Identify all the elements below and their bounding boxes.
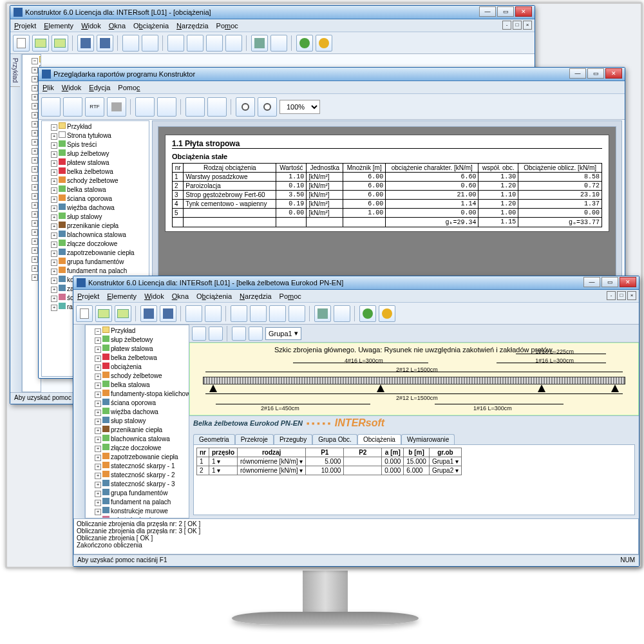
menu-narzedzia[interactable]: Narzędzia bbox=[176, 22, 209, 30]
panel-tab[interactable]: Wymiarowanie bbox=[401, 434, 455, 444]
panel-tab[interactable]: Przeguby bbox=[274, 434, 312, 444]
tree-item[interactable]: +złącze doczołowe bbox=[51, 240, 147, 249]
win2-minimize[interactable]: — bbox=[583, 277, 600, 287]
cell-p2[interactable] bbox=[346, 458, 379, 465]
tb-b5[interactable] bbox=[206, 35, 223, 52]
tb-b3[interactable] bbox=[167, 35, 184, 52]
viewer-close[interactable]: ✕ bbox=[605, 68, 622, 79]
w2tb-11[interactable] bbox=[289, 305, 305, 322]
w2-menu-projekt[interactable]: Projekt bbox=[77, 292, 99, 300]
tree-item[interactable]: +przenikanie ciepła bbox=[95, 426, 187, 435]
v-menu-edycja[interactable]: Edycja bbox=[89, 84, 110, 91]
tree-item[interactable]: +obciążenia bbox=[95, 363, 187, 372]
menu-obciazenia[interactable]: Obciążenia bbox=[133, 22, 169, 30]
menu-okna[interactable]: Okna bbox=[109, 22, 126, 30]
tree-item[interactable]: +fundament na palach bbox=[95, 498, 187, 507]
vtb-rtf[interactable]: RTF bbox=[85, 97, 104, 117]
st-3[interactable] bbox=[232, 327, 246, 341]
tree-item[interactable]: +słup żelbetowy bbox=[51, 149, 147, 158]
win2-tree[interactable]: −Przykład+słup żelbetowy+płatew stalowa+… bbox=[85, 325, 189, 518]
w2tb-6[interactable] bbox=[185, 305, 202, 322]
mdi-close[interactable]: × bbox=[523, 21, 532, 30]
menu-pomoc[interactable]: Pomoc bbox=[216, 22, 238, 30]
tree-item[interactable]: +belka żelbetowa bbox=[95, 354, 187, 363]
w2-menu-obciazenia[interactable]: Obciążenia bbox=[196, 292, 232, 300]
w2tb-10[interactable] bbox=[269, 305, 286, 322]
win2-titlebar[interactable]: Konstruktor 6.0 Licencja dla: INTERsoft … bbox=[73, 276, 639, 290]
tb-saveas[interactable] bbox=[97, 35, 113, 52]
viewer-maximize[interactable]: ▭ bbox=[587, 68, 604, 79]
panel-tab[interactable]: Geometria bbox=[193, 434, 235, 444]
vtb-print[interactable] bbox=[107, 97, 126, 117]
vtb-5[interactable] bbox=[135, 97, 155, 117]
load-grid[interactable]: nrprzęsłorodzajP1P2a [m]b [m]gr.ob11 ▾ró… bbox=[196, 448, 462, 475]
panel-tab[interactable]: Grupa Obc. bbox=[312, 434, 357, 444]
tree-item[interactable]: +stateczność skarpy - 3 bbox=[95, 480, 187, 489]
tree-item[interactable]: +grupa fundamentów bbox=[95, 489, 187, 498]
tb-open[interactable] bbox=[32, 35, 49, 52]
w2tb-8[interactable] bbox=[231, 305, 247, 322]
w2tb-ok[interactable] bbox=[359, 305, 376, 322]
viewer-minimize[interactable]: — bbox=[569, 68, 586, 79]
tb-ok[interactable] bbox=[296, 35, 313, 52]
tree-item[interactable]: +belka żelbetowa bbox=[51, 167, 147, 176]
win1-titlebar[interactable]: Konstruktor 6.0 Licencja dla: INTERsoft … bbox=[10, 6, 535, 19]
minimize-button[interactable]: — bbox=[479, 6, 496, 17]
tb-b6[interactable] bbox=[225, 35, 242, 52]
maximize-button[interactable]: ▭ bbox=[497, 6, 514, 17]
tree-item[interactable]: −Przykład bbox=[51, 122, 147, 131]
cell-p1[interactable] bbox=[308, 458, 341, 465]
w2-menu-narzedzia[interactable]: Narzędzia bbox=[240, 292, 272, 300]
tb-save2[interactable] bbox=[77, 35, 94, 52]
zoom-select[interactable]: 100% bbox=[279, 100, 320, 114]
tree-item[interactable]: +schody żelbetowe bbox=[95, 372, 187, 381]
vtb-6[interactable] bbox=[157, 97, 176, 117]
mdi-min[interactable]: - bbox=[502, 21, 511, 30]
tb-b1[interactable] bbox=[122, 35, 139, 52]
tree-item[interactable]: +przenikanie ciepła bbox=[51, 222, 147, 231]
tree-item[interactable]: +grupa fundamentów bbox=[51, 258, 147, 267]
tree-item[interactable]: +słup stalowy bbox=[51, 213, 147, 222]
panel-tab[interactable]: Obciążenia bbox=[357, 434, 401, 444]
w2-mdi-max[interactable]: □ bbox=[617, 291, 626, 300]
tb-save[interactable] bbox=[52, 35, 68, 52]
vtb-1[interactable] bbox=[41, 97, 61, 117]
tree-item[interactable]: +ściana oporowa bbox=[95, 399, 187, 408]
w2tb-9[interactable] bbox=[250, 305, 267, 322]
sidebar-tab-przyklad[interactable]: Przykład bbox=[10, 54, 20, 87]
w2tb-4[interactable] bbox=[140, 305, 157, 322]
tree-item[interactable]: +blachownica stalowa bbox=[51, 231, 147, 240]
w2tb-12[interactable] bbox=[334, 305, 350, 322]
w2-mdi-min[interactable]: - bbox=[607, 291, 616, 300]
vtb-8[interactable] bbox=[207, 97, 227, 117]
tb-b7[interactable] bbox=[270, 35, 287, 52]
tree-item[interactable]: +stateczność skarpy - 1 bbox=[95, 462, 187, 471]
vtb-zoomout[interactable] bbox=[258, 97, 277, 117]
w2tb-3[interactable] bbox=[115, 305, 131, 322]
close-button[interactable]: ✕ bbox=[515, 6, 532, 17]
tree-item[interactable]: +ściana oporowa bbox=[51, 194, 147, 204]
vtb-7[interactable] bbox=[185, 97, 205, 117]
v-menu-plik[interactable]: Plik bbox=[43, 84, 54, 91]
vtb-2[interactable] bbox=[63, 97, 82, 117]
w2tb-calc[interactable] bbox=[314, 305, 331, 322]
tree-item[interactable]: +płatew stalowa bbox=[51, 158, 147, 167]
st-4[interactable] bbox=[249, 327, 263, 341]
tree-item[interactable]: +Strona tytułowa bbox=[51, 131, 147, 140]
tree-item[interactable]: +konstrukcje murowe bbox=[95, 507, 187, 516]
tree-item[interactable]: +belka stalowa bbox=[95, 381, 187, 390]
menu-widok[interactable]: Widok bbox=[81, 22, 101, 30]
tb-new[interactable] bbox=[13, 35, 30, 52]
tree-item[interactable]: +słup stalowy bbox=[95, 417, 187, 426]
tree-item[interactable]: +schody żelbetowe bbox=[51, 176, 147, 185]
w2-menu-widok[interactable]: Widok bbox=[144, 292, 164, 300]
tree-item[interactable]: +płatew stalowa bbox=[95, 345, 187, 354]
group-combo[interactable]: Grupa1 ▾ bbox=[265, 327, 301, 340]
tree-item[interactable]: +fundamenty-stopa kielichowa bbox=[95, 390, 187, 399]
menu-projekt[interactable]: Projekt bbox=[14, 22, 36, 30]
tree-item[interactable]: +więźba dachowa bbox=[51, 204, 147, 213]
tree-item[interactable]: −Przykład bbox=[95, 327, 187, 336]
tb-calc[interactable] bbox=[251, 35, 268, 52]
viewer-titlebar[interactable]: Przeglądarka raportów programu Konstrukt… bbox=[39, 68, 625, 81]
win2-maximize[interactable]: ▭ bbox=[601, 277, 618, 287]
